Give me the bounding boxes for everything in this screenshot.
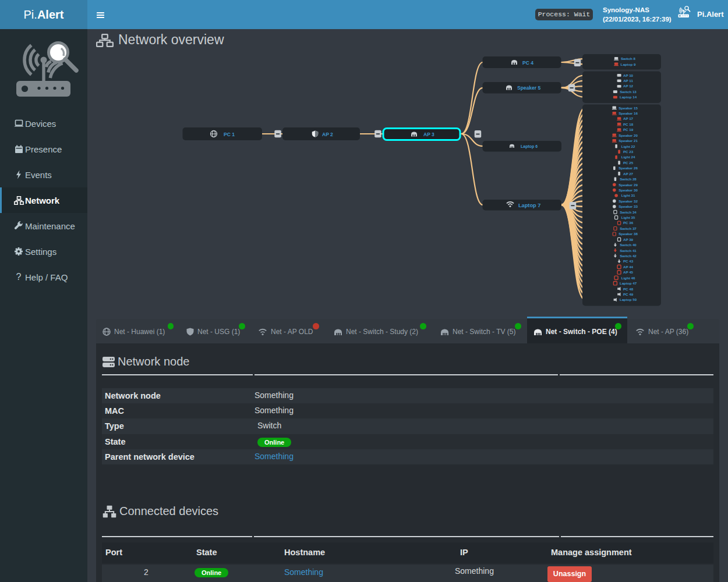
svg-text:AP 11: AP 11 [623, 79, 633, 83]
svg-text:Switch 13: Switch 13 [620, 90, 637, 94]
svg-text:PC 48: PC 48 [623, 287, 634, 291]
svg-text:Speaker 20: Speaker 20 [619, 133, 638, 137]
svg-text:Speaker 15: Speaker 15 [619, 106, 638, 110]
svg-text:Laptop 7: Laptop 7 [518, 203, 540, 208]
svg-text:AP 39: AP 39 [623, 237, 634, 242]
svg-text:Laptop 6: Laptop 6 [521, 144, 538, 149]
svg-text:Light 35: Light 35 [621, 215, 635, 219]
svg-text:Laptop 47: Laptop 47 [620, 281, 637, 285]
svg-text:Speaker 32: Speaker 32 [619, 199, 638, 203]
svg-text:Speaker 26: Speaker 26 [619, 166, 638, 170]
svg-text:AP 3: AP 3 [423, 132, 434, 137]
svg-text:Switch 34: Switch 34 [620, 210, 637, 214]
svg-text:Speaker 33: Speaker 33 [619, 204, 638, 208]
svg-text:Light 46: Light 46 [621, 276, 635, 280]
svg-text:Laptop 14: Laptop 14 [620, 95, 637, 99]
svg-text:Speaker 30: Speaker 30 [619, 188, 638, 192]
svg-text:AP 12: AP 12 [623, 84, 634, 88]
svg-text:PC 19: PC 19 [623, 127, 634, 132]
svg-text:Switch 40: Switch 40 [620, 243, 637, 247]
svg-text:Switch 42: Switch 42 [620, 254, 637, 258]
svg-text:Switch 28: Switch 28 [620, 177, 637, 181]
svg-text:PC 1: PC 1 [224, 132, 235, 137]
svg-text:Speaker 29: Speaker 29 [619, 183, 638, 187]
svg-text:Speaker 21: Speaker 21 [619, 139, 638, 143]
svg-text:Laptop 9: Laptop 9 [621, 62, 636, 66]
svg-text:PC 43: PC 43 [623, 259, 634, 263]
svg-text:Switch 41: Switch 41 [620, 249, 637, 253]
svg-text:AP 44: AP 44 [623, 265, 634, 269]
svg-text:PC 25: PC 25 [623, 161, 634, 165]
svg-text:Light 22: Light 22 [621, 144, 635, 148]
svg-text:Laptop 50: Laptop 50 [620, 297, 637, 301]
svg-text:Light 31: Light 31 [621, 193, 635, 197]
svg-text:Switch 37: Switch 37 [620, 226, 637, 230]
svg-text:Speaker 38: Speaker 38 [619, 232, 638, 236]
svg-text:AP 27: AP 27 [623, 172, 634, 176]
svg-text:PC 23: PC 23 [623, 150, 634, 154]
svg-text:Speaker 5: Speaker 5 [517, 85, 540, 91]
svg-text:Speaker 16: Speaker 16 [619, 111, 638, 115]
svg-text:Switch 8: Switch 8 [621, 56, 636, 61]
svg-text:AP 45: AP 45 [623, 270, 634, 274]
svg-text:AP 17: AP 17 [623, 116, 634, 120]
svg-text:Light 24: Light 24 [621, 155, 635, 159]
svg-text:AP 10: AP 10 [623, 73, 634, 77]
svg-text:PC 49: PC 49 [623, 292, 634, 296]
svg-text:AP 2: AP 2 [322, 132, 333, 137]
svg-text:PC 18: PC 18 [623, 122, 634, 126]
svg-text:PC 4: PC 4 [522, 60, 533, 66]
svg-text:PC 36: PC 36 [623, 221, 634, 225]
